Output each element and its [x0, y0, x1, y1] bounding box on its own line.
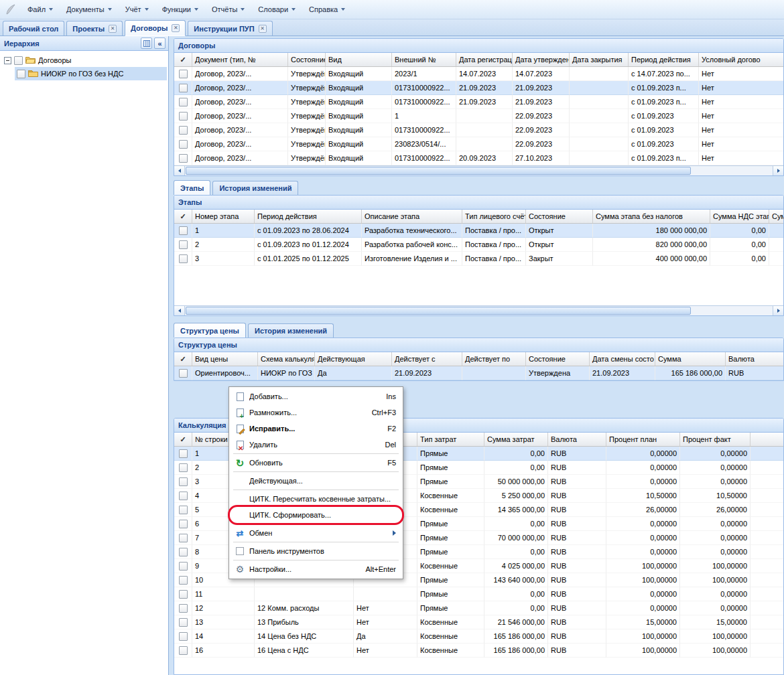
column-header[interactable]: Дата закрытия	[570, 53, 629, 66]
column-header[interactable]: Номер этапа	[192, 210, 255, 223]
tab-pup-instructions[interactable]: Инструкции ПУП✕	[188, 21, 272, 35]
column-header[interactable]: Описание этапа	[362, 210, 462, 223]
column-header[interactable]: Сумма НДС этапа	[710, 210, 769, 223]
menu-item-add[interactable]: Добавить... Ins	[231, 388, 401, 404]
table-row[interactable]: 1с 01.09.2023 по 28.06.2024Разработка те…	[174, 224, 783, 238]
row-checkbox[interactable]	[179, 604, 188, 613]
menu-item-citk-recalculate[interactable]: ЦИТК. Пересчитать косвенные затраты...	[231, 491, 401, 507]
column-header[interactable]: Действующая	[315, 352, 392, 366]
tab-projects[interactable]: Проекты✕	[66, 21, 123, 35]
select-all-header[interactable]: ✓	[174, 53, 192, 66]
table-row[interactable]: Договор, 2023/...УтверждёнВходящий017310…	[174, 95, 783, 109]
tree-checkbox[interactable]	[14, 56, 23, 65]
column-header[interactable]: Период действия	[629, 53, 699, 66]
menu-item-citk-form[interactable]: ЦИТК. Сформировать...	[231, 507, 401, 523]
row-checkbox[interactable]	[179, 632, 188, 641]
table-row[interactable]: Договор, 2023/...УтверждёнВходящий2023/1…	[174, 67, 783, 81]
scrollbar-thumb[interactable]	[186, 307, 691, 315]
tree-item-niokr[interactable]: НИОКР по ГОЗ без НДС	[1, 67, 167, 80]
menu-functions[interactable]: Функции	[156, 3, 204, 16]
menu-item-refresh[interactable]: ↻ Обновить F5	[231, 455, 401, 471]
menu-dictionaries[interactable]: Словари	[252, 3, 302, 16]
table-row[interactable]: 1313 ПрибыльНетКосвенные21 546 000,00RUB…	[174, 615, 783, 629]
tab-desktop[interactable]: Рабочий стол	[3, 21, 64, 35]
table-row[interactable]: Договор, 2023/...УтверждёнВходящий017310…	[174, 81, 783, 95]
row-checkbox[interactable]	[179, 112, 188, 121]
row-checkbox[interactable]	[179, 477, 188, 486]
column-header[interactable]: Дата смены состо	[590, 352, 655, 366]
tab-stages-history[interactable]: История изменений	[212, 181, 298, 195]
table-row[interactable]: Договор, 2023/...УтверждёнВходящий017310…	[174, 151, 783, 165]
column-header[interactable]: Условный догово	[699, 53, 783, 66]
column-header[interactable]: Валюта	[548, 433, 606, 446]
column-header[interactable]: Дата утверждения	[513, 53, 570, 66]
column-header[interactable]: Схема калькуляци	[258, 352, 315, 366]
row-checkbox[interactable]	[179, 562, 188, 571]
collapse-node-icon[interactable]	[4, 57, 11, 64]
tab-price-history[interactable]: История изменений	[248, 323, 334, 338]
column-header[interactable]: Период действия	[255, 210, 362, 223]
column-header[interactable]: Действует по	[462, 352, 526, 366]
column-header[interactable]: Сумма	[655, 352, 726, 366]
collapse-panel-icon[interactable]: «	[154, 38, 166, 49]
scrollbar-thumb[interactable]	[186, 167, 691, 175]
menu-help[interactable]: Справка	[303, 3, 351, 16]
menu-item-edit[interactable]: Исправить... F2	[231, 421, 401, 437]
row-checkbox[interactable]	[179, 492, 188, 500]
column-header[interactable]: Вид цены	[192, 352, 258, 366]
row-checkbox[interactable]	[179, 449, 188, 458]
select-all-header[interactable]: ✓	[174, 210, 192, 223]
scroll-right-icon[interactable]	[773, 166, 783, 175]
scroll-left-icon[interactable]	[174, 166, 185, 175]
row-checkbox[interactable]	[179, 140, 188, 149]
close-icon[interactable]: ✕	[259, 25, 267, 33]
row-checkbox[interactable]	[179, 506, 188, 514]
tab-price-structure[interactable]: Структура цены	[174, 323, 246, 338]
column-header[interactable]: Действует с	[392, 352, 462, 366]
row-checkbox[interactable]	[179, 618, 188, 627]
menu-item-delete[interactable]: ✕ Удалить Del	[231, 437, 401, 453]
menu-item-active-price[interactable]: Действующая...	[231, 473, 401, 489]
column-header[interactable]: Сумма этапа без налогов	[593, 210, 710, 223]
scroll-right-icon[interactable]	[773, 306, 783, 315]
row-checkbox[interactable]	[179, 576, 188, 585]
select-all-header[interactable]: ✓	[174, 433, 192, 446]
menu-file[interactable]: Файл	[21, 3, 59, 16]
close-icon[interactable]: ✕	[172, 24, 180, 32]
column-header[interactable]: Состояние	[526, 210, 593, 223]
row-checkbox[interactable]	[179, 154, 188, 163]
scroll-left-icon[interactable]	[174, 306, 185, 315]
column-header[interactable]: Сумм	[769, 210, 783, 223]
menu-reports[interactable]: Отчёты	[206, 3, 251, 16]
row-checkbox[interactable]	[179, 548, 188, 556]
row-checkbox[interactable]	[179, 520, 188, 528]
row-checkbox[interactable]	[179, 70, 188, 78]
row-checkbox[interactable]	[179, 240, 188, 249]
tab-contracts[interactable]: Договоры✕	[125, 20, 186, 36]
column-header[interactable]: Вид	[326, 53, 392, 66]
menu-item-toolbar[interactable]: Панель инструментов	[231, 543, 401, 559]
row-checkbox[interactable]	[179, 534, 188, 542]
table-row[interactable]: 11Прямые0,00RUB0,000000,00000	[174, 587, 783, 601]
table-row[interactable]: Ориентировоч...НИОКР по ГОЗ ...Да21.09.2…	[174, 366, 783, 380]
row-checkbox[interactable]	[179, 590, 188, 599]
column-header[interactable]: Тип лицевого счёт	[462, 210, 526, 223]
row-checkbox[interactable]	[179, 254, 188, 263]
tab-stages[interactable]: Этапы	[174, 180, 210, 195]
menu-item-exchange[interactable]: ⇄ Обмен	[231, 525, 401, 541]
row-checkbox[interactable]	[179, 369, 188, 378]
column-header[interactable]: Состояние	[526, 352, 590, 366]
table-row[interactable]: 1212 Комм. расходыНетПрямые0,00RUB0,0000…	[174, 601, 783, 615]
table-row[interactable]: Договор, 2023/...УтверждёнВходящий017310…	[174, 123, 783, 137]
menu-item-settings[interactable]: ⚙ Настройки... Alt+Enter	[231, 561, 401, 577]
row-checkbox[interactable]	[179, 98, 188, 106]
row-checkbox[interactable]	[179, 463, 188, 472]
select-all-header[interactable]: ✓	[174, 352, 192, 366]
menu-accounting[interactable]: Учёт	[119, 3, 155, 16]
column-header[interactable]: Документ (тип, №	[192, 53, 288, 66]
column-header[interactable]: Внешний №	[392, 53, 456, 66]
row-checkbox[interactable]	[179, 646, 188, 655]
row-checkbox[interactable]	[179, 226, 188, 235]
column-header[interactable]: Процент факт	[680, 433, 750, 446]
column-header[interactable]: Тип затрат	[417, 433, 484, 446]
